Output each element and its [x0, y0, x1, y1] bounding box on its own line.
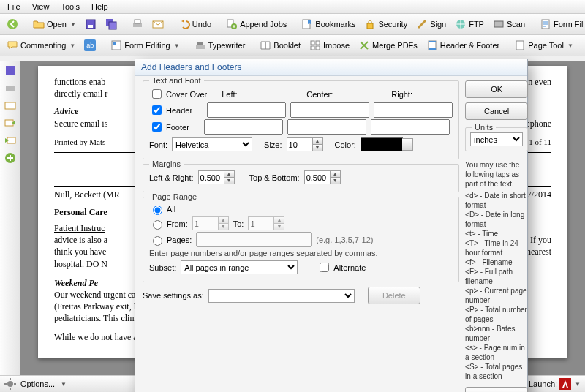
svg-rect-18 — [113, 42, 116, 45]
highlight-button[interactable]: ab — [80, 38, 99, 53]
open-button[interactable]: Open▼ — [29, 17, 80, 31]
to-spinner[interactable]: ▲▼ — [248, 216, 284, 230]
header-left-input[interactable] — [207, 102, 286, 118]
impose-button[interactable]: Impose — [306, 38, 353, 53]
size-label: Size: — [264, 140, 282, 149]
font-label: Font: — [149, 140, 167, 149]
append-icon — [226, 18, 238, 30]
coverover-checkbox[interactable]: Cover Over — [149, 87, 207, 101]
help-button[interactable]: Help — [465, 387, 528, 392]
to-label: To: — [233, 219, 244, 228]
options-button[interactable]: Options... — [20, 380, 55, 388]
toolbar-2: Commenting▼ ab Form Editing▼ Typewriter … — [0, 35, 585, 56]
header-checkbox[interactable]: Header — [149, 103, 192, 117]
save-select[interactable] — [208, 289, 355, 303]
stamps-button[interactable]: Stamps▼ — [578, 38, 585, 53]
ok-button[interactable]: OK — [465, 80, 528, 98]
form-edit-icon — [110, 39, 122, 51]
menu-file[interactable]: File — [1, 1, 26, 12]
footer-right-input[interactable] — [371, 119, 450, 135]
merge-button[interactable]: Merge PDFs — [355, 38, 421, 53]
color-label: Color: — [335, 140, 356, 149]
menu-view[interactable]: View — [26, 1, 56, 12]
all-radio[interactable]: All — [149, 203, 176, 215]
from-spinner[interactable]: ▲▼ — [192, 216, 229, 230]
print-button[interactable] — [128, 17, 147, 31]
pagetool-button[interactable]: Page Tool▼ — [510, 38, 577, 53]
add-headers-footers-dialog: Add Headers and Footers Text and Font Co… — [135, 59, 528, 392]
scan-label: Scan — [507, 20, 525, 29]
alternate-checkbox[interactable]: Alternate — [317, 260, 366, 274]
units-select[interactable]: inches — [470, 132, 523, 146]
header-right-input[interactable] — [374, 102, 453, 118]
lt-print[interactable] — [1, 80, 20, 95]
lt-send1[interactable] — [1, 116, 20, 130]
left-label: Left: — [222, 90, 302, 99]
header-center-input[interactable] — [290, 102, 369, 118]
lt-send2[interactable] — [1, 133, 20, 148]
svg-rect-20 — [197, 42, 203, 45]
lr-spinner[interactable]: ▲▼ — [198, 170, 235, 184]
bookmarks-button[interactable]: Bookmarks — [298, 17, 359, 31]
svg-rect-6 — [135, 20, 140, 23]
range-note: Enter page numbers and/or page ranges se… — [149, 249, 453, 257]
formfiller-button[interactable]: Form Filler — [536, 17, 585, 31]
security-label: Security — [378, 20, 407, 29]
subset-select[interactable]: All pages in range — [181, 260, 298, 274]
svg-rect-2 — [88, 25, 93, 28]
lt-save[interactable] — [1, 63, 20, 78]
scan-button[interactable]: Scan — [489, 17, 529, 31]
sign-button[interactable]: Sign — [412, 17, 450, 31]
eg-hint: (e.g. 1,3,5,7-12) — [316, 235, 373, 244]
booklet-button[interactable]: Booklet — [256, 38, 304, 53]
commenting-button[interactable]: Commenting▼ — [3, 38, 79, 53]
delete-button[interactable]: Delete — [368, 287, 420, 304]
footer-center-input[interactable] — [287, 119, 366, 135]
gear-icon — [4, 378, 16, 390]
pagerange-group: Page Range All From: ▲▼ To: ▲▼ Pages: (e… — [143, 197, 459, 282]
save-button[interactable] — [81, 17, 100, 31]
svg-rect-26 — [429, 41, 436, 42]
headerfooter-button[interactable]: Header & Footer — [423, 38, 503, 53]
svg-rect-32 — [5, 102, 15, 109]
ftp-button[interactable]: FTP — [451, 17, 488, 31]
typewriter-label: Typewriter — [208, 41, 246, 50]
svg-rect-11 — [367, 23, 373, 29]
from-radio[interactable]: From: — [149, 218, 188, 230]
pages-radio[interactable]: Pages: — [149, 234, 192, 246]
open-label: Open — [47, 20, 67, 29]
undo-button[interactable]: Undo — [175, 17, 215, 31]
pages-input[interactable] — [196, 232, 312, 247]
size-spinner[interactable]: ▲▼ — [287, 137, 323, 151]
typewriter-button[interactable]: Typewriter — [191, 38, 249, 53]
cancel-button[interactable]: Cancel — [465, 102, 528, 120]
booklet-icon — [260, 39, 271, 51]
left-toolbar — [0, 61, 21, 376]
svg-rect-27 — [429, 48, 436, 50]
sign-icon — [416, 18, 428, 30]
append-button[interactable]: Append Jobs — [222, 17, 290, 31]
formedit-button[interactable]: Form Editing▼ — [107, 38, 183, 53]
back-button[interactable] — [3, 17, 22, 31]
toolbar-1: Open▼ Undo Append Jobs Bookmarks Securit… — [0, 14, 585, 35]
adobe-icon[interactable] — [559, 378, 571, 390]
tb-spinner[interactable]: ▲▼ — [304, 170, 341, 184]
save-icon — [85, 18, 97, 30]
formfiller-label: Form Filler — [554, 20, 585, 29]
footer-checkbox[interactable]: Footer — [149, 120, 189, 134]
lt-add[interactable] — [1, 151, 20, 165]
security-button[interactable]: Security — [361, 17, 411, 31]
menu-tools[interactable]: Tools — [55, 1, 86, 12]
lt-mail[interactable] — [1, 98, 20, 113]
disk-icon — [4, 64, 16, 76]
menu-help[interactable]: Help — [86, 1, 114, 12]
center-label: Center: — [306, 90, 387, 99]
font-select[interactable]: Helvetica — [172, 137, 252, 151]
color-picker[interactable] — [361, 137, 403, 151]
right-label: Right: — [391, 90, 412, 99]
email-button[interactable] — [148, 17, 167, 31]
svg-point-36 — [7, 381, 13, 387]
footer-left-input[interactable] — [204, 119, 283, 135]
savemulti-button[interactable] — [102, 17, 121, 31]
units-group: Units inches — [465, 127, 528, 151]
